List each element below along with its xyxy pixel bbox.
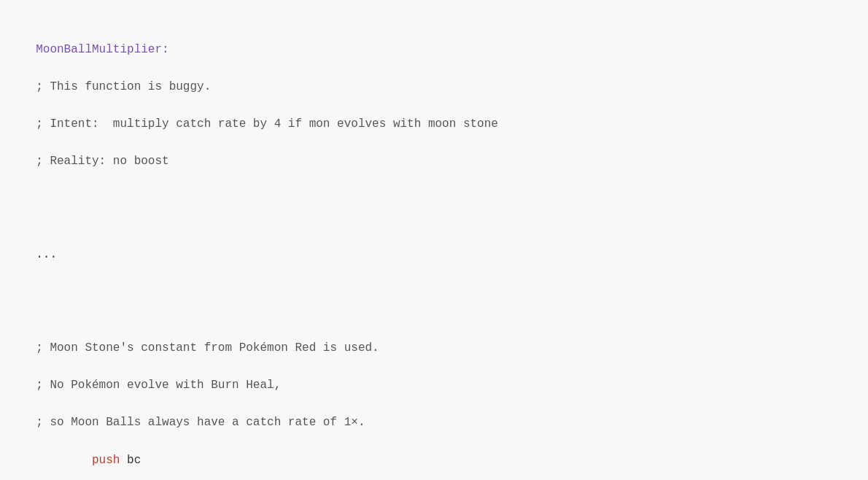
blank1 bbox=[22, 209, 846, 228]
ellipsis: ... bbox=[36, 248, 57, 261]
code-block: MoonBallMultiplier: ; This function is b… bbox=[22, 22, 846, 480]
comment2: ; Intent: multiply catch rate by 4 if mo… bbox=[36, 117, 498, 131]
keyword-push: push bbox=[92, 454, 120, 467]
comment4: ; Moon Stone's constant from Pokémon Red… bbox=[36, 341, 379, 355]
comment1: ; This function is buggy. bbox=[36, 80, 211, 93]
line1-rest: bc bbox=[120, 454, 141, 467]
comment6: ; so Moon Balls always have a catch rate… bbox=[36, 416, 365, 429]
label-line: MoonBallMultiplier: bbox=[36, 43, 168, 56]
comment5: ; No Pokémon evolve with Burn Heal, bbox=[36, 379, 281, 392]
line1: push bc bbox=[36, 454, 141, 467]
comment3: ; Reality: no boost bbox=[36, 155, 168, 168]
blank2 bbox=[22, 302, 846, 321]
